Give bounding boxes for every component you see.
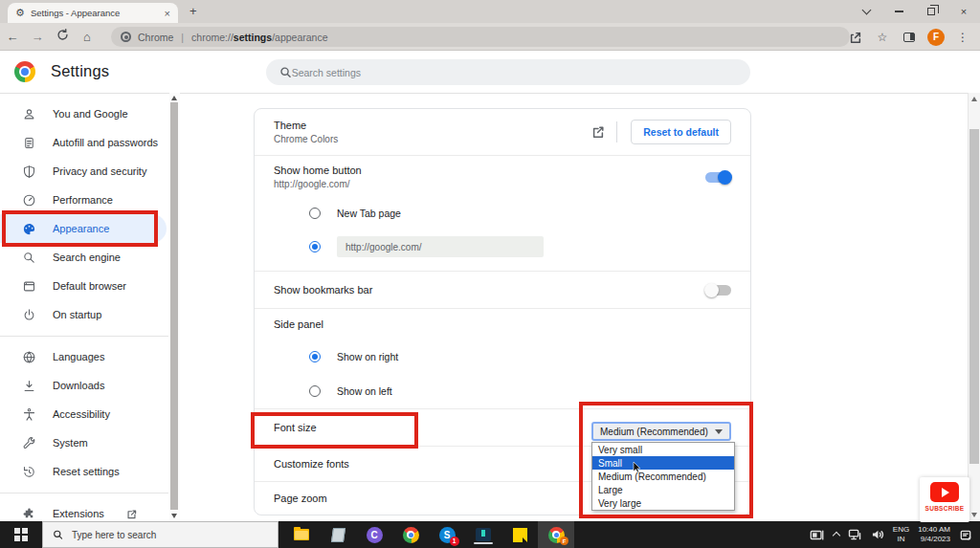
- restore-button[interactable]: [915, 0, 947, 23]
- sidebar-item-appearance[interactable]: Appearance: [0, 214, 167, 243]
- chevron-down-icon: [715, 429, 723, 434]
- font-size-title: Font size: [274, 422, 317, 433]
- network-icon[interactable]: [848, 529, 862, 540]
- browser-tab[interactable]: ⚙ Settings - Appearance ×: [8, 3, 178, 23]
- sidebar-item-you-and-google[interactable]: You and Google: [0, 99, 168, 128]
- scroll-down-icon[interactable]: [171, 514, 177, 518]
- scrollbar-thumb[interactable]: [170, 102, 178, 510]
- home-icon[interactable]: ⌂: [75, 30, 100, 44]
- show-on-right-option[interactable]: Show on right: [255, 340, 750, 374]
- side-panel-icon[interactable]: [898, 26, 921, 49]
- language-indicator[interactable]: ENGIN: [893, 525, 909, 544]
- show-bookmarks-row: Show bookmarks bar: [255, 272, 750, 308]
- page-scrollbar[interactable]: [968, 93, 980, 521]
- show-on-right-label: Show on right: [337, 351, 398, 362]
- power-icon: [21, 307, 36, 322]
- launch-icon[interactable]: [591, 125, 605, 139]
- skype-icon[interactable]: S1: [429, 521, 465, 548]
- sidebar-item-on-startup[interactable]: On startup: [0, 300, 168, 329]
- minimize-button[interactable]: [882, 0, 915, 23]
- option-very-small[interactable]: Very small: [592, 443, 734, 456]
- font-size-dropdown-list: Very small Small Medium (Recommended) La…: [591, 442, 735, 511]
- bookmark-star-icon[interactable]: ☆: [871, 26, 894, 49]
- new-tab-page-option[interactable]: New Tab page: [255, 198, 750, 229]
- menu-dots-icon[interactable]: ⋮: [951, 26, 974, 49]
- theme-title: Theme: [274, 120, 591, 131]
- clipchamp-icon[interactable]: C: [356, 521, 392, 548]
- notebook-app-icon[interactable]: [320, 521, 356, 548]
- tab-close-icon[interactable]: ×: [165, 8, 170, 19]
- address-bar[interactable]: Chrome | chrome://settings/appearance: [111, 27, 850, 47]
- sidebar-nav: You and Google Autofill and passwords Pr…: [0, 94, 168, 521]
- sidebar-item-privacy[interactable]: Privacy and security: [0, 157, 168, 186]
- option-small[interactable]: Small: [592, 456, 734, 470]
- option-medium[interactable]: Medium (Recommended): [592, 470, 734, 483]
- show-on-left-option[interactable]: Show on left: [255, 374, 750, 408]
- toolbar-right: ☆ F ⋮: [844, 23, 980, 51]
- radio-on-icon[interactable]: [309, 241, 321, 252]
- side-panel-row: Side panel: [255, 309, 750, 340]
- search-icon: [53, 529, 63, 540]
- radio-off-icon[interactable]: [309, 208, 321, 219]
- font-size-select[interactable]: Medium (Recommended): [591, 422, 731, 441]
- sticky-notes-icon[interactable]: [501, 521, 538, 548]
- sidebar-divider: [0, 493, 168, 493]
- close-button[interactable]: ×: [947, 0, 980, 23]
- page-zoom-title: Page zoom: [274, 493, 327, 504]
- volume-icon[interactable]: [871, 529, 884, 540]
- custom-url-option[interactable]: [255, 229, 750, 265]
- back-icon[interactable]: ←: [0, 30, 25, 44]
- reset-to-default-button[interactable]: Reset to default: [631, 120, 731, 144]
- sidebar-scrollbar[interactable]: [169, 93, 180, 521]
- settings-header: Settings: [0, 51, 980, 94]
- sidebar-item-reset-settings[interactable]: Reset settings: [0, 457, 168, 486]
- forward-icon[interactable]: →: [25, 30, 50, 44]
- sidebar-item-search-engine[interactable]: Search engine: [0, 243, 168, 272]
- sidebar-item-downloads[interactable]: Downloads: [0, 371, 168, 400]
- notification-badge: 1: [450, 537, 459, 546]
- sidebar-divider: [0, 336, 168, 337]
- chrome-active-icon[interactable]: F: [538, 521, 574, 548]
- profile-avatar[interactable]: F: [924, 26, 947, 49]
- sidebar-item-accessibility[interactable]: Accessibility: [0, 400, 168, 428]
- settings-gear-icon: ⚙: [15, 8, 25, 18]
- media-tray-icon[interactable]: [810, 529, 825, 541]
- option-very-large[interactable]: Very large: [592, 496, 734, 510]
- sidebar-item-languages[interactable]: Languages: [0, 342, 168, 371]
- sidebar-item-default-browser[interactable]: Default browser: [0, 272, 168, 300]
- settings-search-box[interactable]: [266, 59, 750, 85]
- taskbar-search-box[interactable]: [42, 521, 278, 548]
- scroll-down-icon[interactable]: [971, 513, 977, 517]
- reload-icon[interactable]: [50, 29, 75, 44]
- bookmarks-toggle[interactable]: [705, 285, 731, 296]
- file-explorer-icon[interactable]: [283, 521, 320, 548]
- action-center-icon[interactable]: [959, 529, 972, 541]
- clock[interactable]: 10:40 AM9/4/2023: [918, 525, 950, 544]
- hidden-icons-chevron[interactable]: [834, 531, 839, 538]
- share-icon[interactable]: [844, 26, 867, 49]
- presentation-app-icon[interactable]: [465, 521, 501, 548]
- globe-icon: [21, 349, 36, 364]
- subscribe-overlay[interactable]: SUBSCRIBE: [920, 477, 969, 522]
- radio-off-icon[interactable]: [309, 385, 321, 397]
- new-tab-button[interactable]: +: [189, 4, 197, 18]
- option-large[interactable]: Large: [592, 483, 734, 496]
- show-home-toggle[interactable]: [705, 172, 731, 183]
- settings-search-input[interactable]: [292, 67, 737, 78]
- sidebar-item-system[interactable]: System: [0, 428, 168, 457]
- start-button[interactable]: [0, 521, 42, 548]
- taskbar-search-input[interactable]: [72, 530, 268, 540]
- key-icon: [21, 135, 36, 150]
- scrollbar-thumb[interactable]: [969, 129, 979, 464]
- sidebar-item-performance[interactable]: Performance: [0, 186, 168, 214]
- address-divider: |: [181, 32, 184, 43]
- scroll-up-icon[interactable]: [171, 96, 177, 100]
- scroll-up-icon[interactable]: [971, 97, 977, 101]
- chrome-icon[interactable]: [392, 521, 429, 548]
- person-icon: [21, 106, 36, 121]
- home-url-input[interactable]: [337, 236, 544, 257]
- tab-search-chevron-icon[interactable]: [850, 0, 882, 23]
- radio-on-icon[interactable]: [309, 351, 321, 362]
- download-icon: [21, 378, 36, 393]
- sidebar-item-autofill[interactable]: Autofill and passwords: [0, 128, 168, 157]
